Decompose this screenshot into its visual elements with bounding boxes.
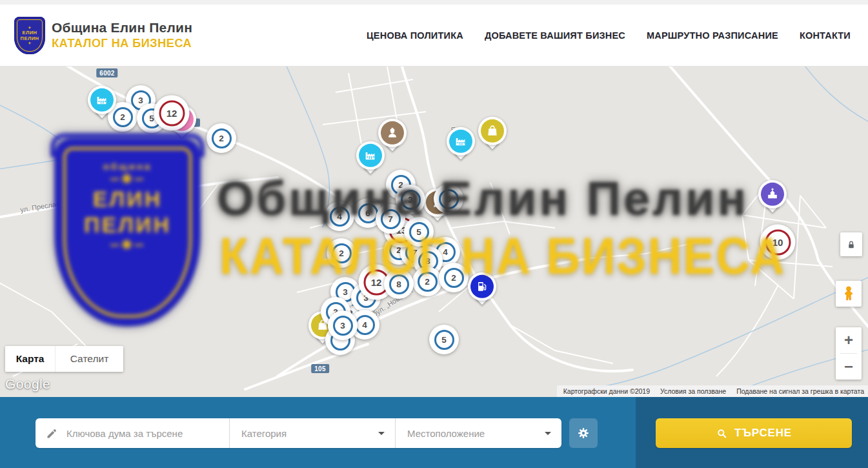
cluster-count: 4 [337, 212, 342, 221]
cluster-marker[interactable]: 7 [376, 204, 405, 234]
cluster-marker[interactable]: 4 [325, 201, 354, 231]
google-logo[interactable]: Google [5, 376, 50, 392]
cluster-count: 4 [443, 247, 448, 257]
cluster-count: 4 [362, 320, 367, 330]
main-nav: ЦЕНОВА ПОЛИТИКА ДОБАВЕТЕ ВАШИЯТ БИЗНЕС М… [367, 30, 851, 41]
cluster-marker[interactable]: 2 [207, 123, 236, 153]
header: ✦ ЕЛИН ПЕЛИН ✦ Община Елин Пелин КАТАЛОГ… [0, 5, 868, 66]
cluster-count: 7 [388, 214, 393, 224]
search-submit-button[interactable]: ТЪРСЕНЕ [656, 418, 852, 448]
shopping-bag-icon [485, 124, 500, 138]
crest-ornament: ✦ [28, 26, 32, 30]
cluster-marker[interactable]: 12 [154, 96, 190, 131]
cluster-marker[interactable]: 2 [439, 263, 469, 292]
cluster-marker[interactable]: 8 [384, 269, 414, 299]
chevron-down-icon [545, 432, 551, 435]
cluster-count: 2 [339, 249, 344, 258]
poi-marker-factory[interactable] [88, 86, 116, 119]
site-subtitle: КАТАЛОГ НА БИЗНЕСА [52, 36, 192, 50]
road-number-badge: 105 [311, 364, 329, 373]
search-fields: Категория Местоположение [35, 418, 561, 448]
municipality-crest-icon: ✦ ЕЛИН ПЕЛИН ✦ [14, 17, 45, 54]
cluster-count: 12 [167, 108, 177, 119]
location-select[interactable]: Местоположение [395, 418, 561, 448]
google-map[interactable]: 6002105ул. Преславщибул. „Новосел 325122… [0, 66, 868, 397]
poi-marker-church[interactable] [758, 180, 787, 214]
cluster-count: 3 [343, 287, 348, 297]
page: ✦ ЕЛИН ПЕЛИН ✦ Община Елин Пелин КАТАЛОГ… [0, 0, 868, 468]
category-select-label: Категория [241, 428, 287, 439]
brand-text: Община Елин Пелин КАТАЛОГ НА БИЗНЕСА [52, 20, 196, 50]
cluster-count: 5 [446, 194, 451, 204]
cluster-marker[interactable]: 5 [434, 184, 463, 214]
pegman-control[interactable] [836, 281, 862, 307]
search-bar: Категория Местоположение [0, 397, 868, 468]
crest-ornament: ✦ [28, 41, 32, 45]
nav-item-contacts[interactable]: КОНТАКТИ [800, 30, 851, 41]
fuel-icon [475, 280, 489, 294]
crest-line1: ЕЛИН [22, 30, 37, 36]
zoom-in-button[interactable]: + [836, 327, 862, 353]
gear-icon [576, 426, 590, 440]
cluster-count: 5 [416, 227, 421, 237]
attribution-report-link[interactable]: Подаване на сигнал за грешка в картата [736, 387, 864, 395]
cluster-count: 2 [451, 273, 456, 283]
map-attribution: Картографски данни ©2019 Условия за полз… [557, 385, 868, 397]
site-title: Община Елин Пелин [52, 20, 196, 36]
nav-item-pricing[interactable]: ЦЕНОВА ПОЛИТИКА [367, 30, 463, 41]
cluster-count: 3 [408, 195, 413, 205]
cluster-count: 2 [425, 277, 430, 287]
lock-control[interactable] [840, 232, 862, 256]
road-number-badge: 6002 [96, 68, 117, 77]
cluster-count: 2 [120, 112, 125, 122]
search-icon [716, 427, 728, 440]
pegman-icon [840, 285, 857, 302]
cluster-marker[interactable]: 5 [429, 325, 459, 354]
keyword-input[interactable] [66, 428, 215, 439]
church-icon [765, 187, 780, 201]
cluster-marker[interactable]: 2 [327, 238, 356, 268]
cluster-count: 3 [138, 96, 143, 105]
nav-item-add-business[interactable]: ДОБАВЕТЕ ВАШИЯТ БИЗНЕС [485, 30, 625, 41]
cluster-count: 10 [772, 237, 783, 248]
cluster-count: 2 [219, 134, 224, 143]
advanced-settings-button[interactable] [569, 418, 598, 448]
nav-item-schedule[interactable]: МАРШРУТНО РАЗПИСАНИЕ [647, 30, 778, 41]
cluster-count: 3 [340, 321, 345, 331]
cluster-count: 5 [149, 114, 154, 123]
poi-marker-factory[interactable] [356, 141, 385, 175]
location-select-label: Местоположение [407, 428, 485, 439]
cluster-count: 12 [371, 277, 382, 288]
keyword-field[interactable] [35, 418, 229, 448]
cluster-count: 8 [396, 280, 401, 289]
crest-line2: ПЕЛИН [21, 36, 39, 41]
poi-marker-factory[interactable] [447, 127, 475, 161]
map-type-map-button[interactable]: Карта [5, 346, 55, 372]
attribution-copyright: Картографски данни ©2019 [563, 387, 650, 395]
factory-icon [454, 134, 468, 148]
cluster-marker[interactable]: 5 [404, 217, 434, 247]
category-select[interactable]: Категория [229, 418, 395, 448]
map-type-control: Карта Сателит [5, 346, 123, 372]
cluster-marker[interactable]: 3 [328, 310, 358, 340]
zoom-control: + − [836, 327, 862, 380]
poi-marker-fuel[interactable] [468, 272, 496, 306]
cluster-count: 8 [425, 256, 430, 266]
search-submit-label: ТЪРСЕНЕ [734, 427, 792, 440]
site-logo[interactable]: ✦ ЕЛИН ПЕЛИН ✦ Община Елин Пелин КАТАЛОГ… [14, 17, 196, 54]
factory-icon [363, 148, 378, 163]
map-type-satellite-button[interactable]: Сателит [55, 346, 123, 372]
zoom-out-button[interactable]: − [836, 354, 862, 380]
poi-marker-shopping-bag[interactable] [478, 117, 507, 150]
pencil-icon [46, 427, 59, 440]
cluster-count: 6 [365, 209, 370, 218]
factory-icon [95, 93, 109, 107]
attribution-terms-link[interactable]: Условия за ползване [660, 387, 726, 395]
cluster-marker[interactable]: 10 [760, 225, 796, 260]
lock-icon [845, 239, 857, 250]
cluster-marker[interactable]: 2 [412, 267, 442, 296]
chevron-down-icon [378, 432, 385, 435]
worker-icon [385, 126, 399, 140]
cluster-count: 5 [441, 335, 447, 345]
